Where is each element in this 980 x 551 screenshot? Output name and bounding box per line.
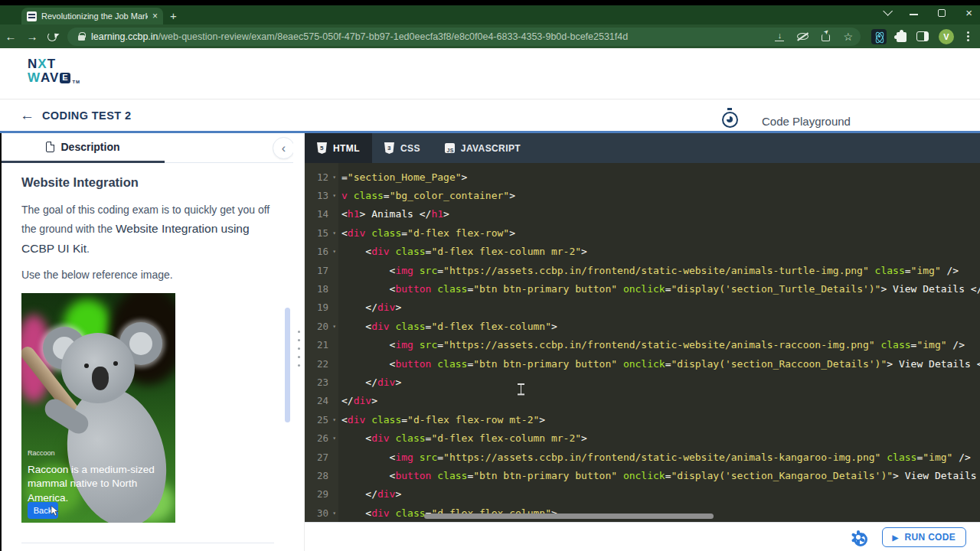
code-line[interactable]: 22 <button class="btn btn-primary button… bbox=[305, 354, 980, 373]
url-path: /web-question-review/exam/8eaec575-050f-… bbox=[158, 31, 629, 42]
description-panel: Description ‹ Website Integration The go… bbox=[2, 133, 293, 551]
code-line[interactable]: 16▾ <div class="d-flex flex-column mr-2"… bbox=[305, 243, 980, 261]
editor-tab-html[interactable]: 5HTML bbox=[305, 133, 372, 163]
document-icon bbox=[46, 142, 54, 152]
tab-title: Revolutionizing the Job Market | bbox=[41, 11, 148, 21]
fold-icon[interactable]: ▾ bbox=[328, 435, 336, 442]
logo-text: X bbox=[38, 57, 47, 71]
maximize-icon[interactable] bbox=[938, 9, 946, 17]
editor-tab-bar: 5HTML3CSSJSJAVASCRIPT bbox=[305, 133, 980, 163]
paragraph-text: . bbox=[87, 243, 90, 255]
react-devtools-icon[interactable] bbox=[871, 29, 887, 44]
editor-tab-label: CSS bbox=[400, 143, 420, 154]
gear-icon[interactable] bbox=[852, 531, 865, 544]
code-line[interactable]: 21 <img src="https://assets.ccbp.in/fron… bbox=[305, 336, 980, 354]
editor-tab-label: HTML bbox=[333, 143, 360, 154]
fold-icon[interactable]: ▾ bbox=[328, 174, 336, 181]
line-number: 12▾ bbox=[305, 171, 338, 183]
line-number: 28 bbox=[305, 470, 338, 481]
page-title: CODING TEST 2 bbox=[42, 109, 131, 122]
fold-icon[interactable]: ▾ bbox=[328, 248, 336, 255]
fold-icon[interactable]: ▾ bbox=[328, 416, 336, 423]
drag-dots-icon bbox=[298, 331, 300, 333]
code-line[interactable]: 19 </div> bbox=[305, 298, 980, 317]
share-icon[interactable] bbox=[822, 34, 830, 41]
code-line[interactable]: 24</div> bbox=[305, 392, 980, 410]
line-number: 13▾ bbox=[305, 190, 338, 201]
logo-tm: TM bbox=[72, 80, 80, 84]
fold-icon[interactable]: ▾ bbox=[328, 323, 336, 330]
code-line[interactable]: 12▾="section_Home_Page"> bbox=[305, 168, 980, 186]
collapse-panel-button[interactable]: ‹ bbox=[273, 137, 293, 159]
line-number: 22 bbox=[305, 358, 338, 370]
code-line[interactable]: 14<h1> Animals </h1> bbox=[305, 205, 980, 223]
editor-footer: ▶ RUN CODE bbox=[305, 522, 980, 551]
browser-window: Revolutionizing the Job Market | × + × ←… bbox=[0, 0, 980, 551]
line-number: 15▾ bbox=[305, 227, 338, 239]
reload-icon[interactable] bbox=[47, 32, 57, 41]
sidebar-icon[interactable] bbox=[916, 31, 929, 41]
code-line[interactable]: 13▾v class="bg_color_container"> bbox=[305, 186, 980, 204]
back-icon[interactable]: ← bbox=[0, 30, 21, 43]
line-number: 30▾ bbox=[305, 507, 338, 519]
editor-horizontal-scrollbar[interactable] bbox=[424, 514, 714, 519]
code-line[interactable]: 23 </div> bbox=[305, 373, 980, 391]
chevron-down-icon[interactable] bbox=[883, 6, 893, 16]
line-number: 27 bbox=[305, 452, 338, 463]
code-line[interactable]: 17 <img src="https://assets.ccbp.in/fron… bbox=[305, 261, 980, 279]
line-number: 18 bbox=[305, 283, 338, 295]
line-number: 24 bbox=[305, 395, 338, 406]
browser-tab-strip: Revolutionizing the Job Market | × + × bbox=[0, 5, 980, 24]
editor-tab-label: JAVASCRIPT bbox=[461, 143, 521, 154]
code-editor[interactable]: 12▾="section_Home_Page">13▾v class="bg_c… bbox=[305, 163, 980, 522]
code-line[interactable]: 29 </div> bbox=[305, 485, 980, 504]
logo-text: AV bbox=[41, 71, 59, 85]
question-heading: Website Integration bbox=[21, 175, 273, 190]
code-line[interactable]: 18 <button class="btn btn-primary button… bbox=[305, 279, 980, 298]
tab-favicon-icon bbox=[27, 11, 37, 21]
left-panel-scrollbar[interactable] bbox=[285, 308, 290, 422]
line-number: 26▾ bbox=[305, 432, 338, 444]
ibeam-cursor bbox=[518, 383, 524, 395]
timer-icon bbox=[722, 112, 738, 128]
extensions-puzzle-icon[interactable] bbox=[897, 32, 906, 42]
editor-tab-css[interactable]: 3CSS bbox=[372, 133, 433, 163]
forward-icon[interactable]: → bbox=[21, 30, 43, 43]
browser-toolbar: ← → learning.ccbp.in/web-question-review… bbox=[0, 24, 980, 48]
fold-icon[interactable]: ▾ bbox=[328, 192, 336, 199]
run-code-button[interactable]: ▶ RUN CODE bbox=[882, 527, 966, 547]
download-icon[interactable]: ↓ bbox=[775, 32, 784, 41]
back-arrow-icon[interactable]: ← bbox=[20, 107, 34, 124]
editor-tab-javascript[interactable]: JSJAVASCRIPT bbox=[433, 133, 533, 163]
logo-text: E bbox=[60, 73, 70, 83]
minimize-icon[interactable] bbox=[910, 14, 918, 15]
line-number: 16▾ bbox=[305, 246, 338, 257]
image-caption: Raccoon bbox=[28, 449, 55, 457]
logo-text: T bbox=[47, 57, 56, 71]
profile-avatar[interactable]: V bbox=[939, 29, 954, 44]
close-icon[interactable]: × bbox=[965, 7, 972, 18]
code-line[interactable]: 26▾ <div class="d-flex flex-column mr-2"… bbox=[305, 429, 980, 447]
address-bar[interactable]: learning.ccbp.in/web-question-review/exa… bbox=[67, 28, 861, 46]
html-file-icon: 5 bbox=[317, 142, 327, 154]
panel-resize-handle[interactable] bbox=[293, 133, 305, 551]
fold-icon[interactable]: ▾ bbox=[328, 230, 336, 236]
eye-off-icon[interactable] bbox=[797, 33, 808, 40]
line-number: 14 bbox=[305, 208, 338, 220]
tab-description[interactable]: Description bbox=[2, 133, 165, 163]
browser-tab[interactable]: Revolutionizing the Job Market | × bbox=[21, 8, 163, 24]
tab-close-icon[interactable]: × bbox=[152, 11, 158, 21]
code-line[interactable]: 20▾ <div class="d-flex flex-column"> bbox=[305, 317, 980, 335]
code-line[interactable]: 27 <img src="https://assets.ccbp.in/fron… bbox=[305, 448, 980, 466]
fold-icon[interactable]: ▾ bbox=[328, 510, 336, 517]
code-line[interactable]: 28 <button class="btn btn-primary button… bbox=[305, 466, 980, 484]
nxtwave-logo: NXT WAVETM bbox=[28, 57, 80, 85]
kebab-menu-icon[interactable] bbox=[967, 31, 969, 34]
lock-icon bbox=[78, 35, 85, 41]
bookmark-star-icon[interactable]: ☆ bbox=[843, 31, 853, 43]
new-tab-button[interactable]: + bbox=[170, 9, 177, 22]
code-line[interactable]: 15▾<div class="d-flex flex-row"> bbox=[305, 223, 980, 242]
line-number: 21 bbox=[305, 339, 338, 350]
line-number: 23 bbox=[305, 377, 338, 388]
code-line[interactable]: 25▾<div class="d-flex flex-row mt-2"> bbox=[305, 410, 980, 429]
